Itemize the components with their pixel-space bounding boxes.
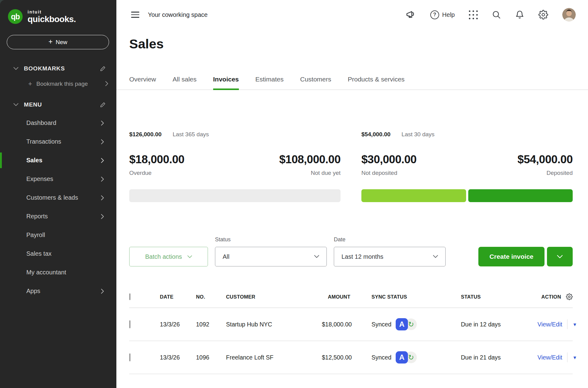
chevron-down-icon	[557, 255, 563, 258]
header-customer: CUSTOMER	[226, 294, 322, 300]
overdue-label: Overdue	[129, 170, 152, 176]
status-filter-value: All	[223, 253, 229, 260]
sidebar-item-dashboard[interactable]: Dashboard	[0, 114, 116, 132]
bookmark-this-page-label: Bookmark this page	[36, 81, 88, 87]
action-divider	[567, 319, 568, 329]
chevron-right-icon	[101, 195, 104, 200]
batch-actions-label: Batch actions	[145, 253, 182, 260]
batch-actions-button[interactable]: Batch actions	[129, 247, 208, 266]
tab-customers[interactable]: Customers	[300, 75, 331, 90]
select-all-checkbox[interactable]	[129, 293, 130, 300]
chevron-right-icon	[101, 139, 104, 144]
status-filter-label: Status	[215, 236, 327, 243]
not-deposited-amount: $30,000.00	[361, 153, 417, 166]
unpaid-invoices-bar	[129, 189, 341, 202]
menu-header-label: MENU	[24, 101, 94, 108]
status-filter-select[interactable]: All	[215, 247, 327, 266]
date-filter-label: Date	[334, 236, 446, 243]
cell-customer: Startup Hub NYC	[226, 321, 322, 328]
tab-products-services[interactable]: Products & services	[348, 75, 405, 90]
help-button[interactable]: ? Help	[430, 10, 455, 19]
deposited-label: Deposited	[546, 170, 573, 176]
invoices-period: Last 365 days	[173, 131, 209, 138]
new-button[interactable]: + New	[7, 35, 109, 49]
help-question-icon: ?	[430, 10, 439, 19]
not-deposited-bar-segment	[361, 189, 466, 202]
payments-summary-card: $54,000.00 Last 30 days $30,000.00 $54,0…	[361, 131, 573, 202]
sidebar-item-customers-leads[interactable]: Customers & leads	[0, 188, 116, 207]
row-checkbox[interactable]	[129, 353, 130, 361]
sidebar-item-my-accountant[interactable]: My accountant	[0, 263, 116, 282]
table-row: 13/3/26 1092 Startup Hub NYC $18,000.00 …	[129, 308, 573, 341]
app-badge-icon: A	[396, 318, 408, 330]
chevron-right-icon	[101, 214, 104, 219]
sidebar-item-sales[interactable]: Sales	[0, 151, 116, 170]
payments-period: Last 30 days	[401, 131, 435, 138]
view-edit-link[interactable]: View/Edit	[537, 354, 562, 361]
create-invoice-dropdown-button[interactable]	[547, 247, 573, 266]
payments-total: $54,000.00	[361, 131, 390, 138]
sidebar-item-expenses[interactable]: Expenses	[0, 170, 116, 188]
tab-estimates[interactable]: Estimates	[255, 75, 284, 90]
view-edit-link[interactable]: View/Edit	[537, 321, 562, 328]
search-icon[interactable]	[492, 10, 501, 19]
sidebar-item-apps[interactable]: Apps	[0, 282, 116, 300]
bookmarks-header-label: BOOKMARKS	[24, 65, 94, 72]
edit-pencil-icon[interactable]	[100, 66, 106, 72]
bookmarks-section-header[interactable]: BOOKMARKS	[0, 65, 116, 72]
edit-pencil-icon[interactable]	[100, 102, 106, 108]
notifications-bell-icon[interactable]	[515, 10, 524, 19]
create-invoice-button[interactable]: Create invoice	[478, 247, 545, 266]
quickbooks-logo-icon: qb	[8, 9, 23, 24]
menu-section-header[interactable]: MENU	[0, 101, 116, 108]
row-checkbox[interactable]	[129, 320, 130, 328]
table-row: 13/3/26 1096 Freelance Loft SF $12,500.0…	[129, 341, 573, 374]
topbar: Your coworking space ? Help	[116, 0, 588, 29]
sidebar-menu: Dashboard Transactions Sales Expenses Cu…	[0, 114, 116, 300]
chevron-right-icon	[101, 121, 104, 126]
row-actions-caret-icon[interactable]: ▼	[572, 322, 577, 327]
deposited-amount: $54,000.00	[518, 153, 573, 166]
sales-tabs: Overview All sales Invoices Estimates Cu…	[116, 75, 588, 90]
cell-status: Due in 12 days	[461, 321, 537, 328]
tab-all-sales[interactable]: All sales	[173, 75, 197, 90]
tab-invoices[interactable]: Invoices	[213, 75, 239, 90]
chevron-down-icon	[433, 255, 438, 258]
app-badge-icon: A	[396, 351, 408, 364]
header-sync-status: SYNC STATUS	[350, 294, 461, 300]
cell-date: 13/3/26	[160, 321, 196, 328]
table-header-row: DATE NO. CUSTOMER AMOUNT SYNC STATUS STA…	[129, 286, 573, 308]
hamburger-menu-icon[interactable]	[131, 12, 139, 18]
cell-customer: Freelance Loft SF	[226, 354, 322, 361]
announcements-megaphone-icon[interactable]	[405, 10, 416, 20]
sidebar-item-transactions[interactable]: Transactions	[0, 132, 116, 151]
user-avatar[interactable]	[562, 8, 576, 21]
quickbooks-wordmark: quickbooks.	[28, 15, 76, 24]
app-grid-icon[interactable]	[469, 10, 478, 19]
new-button-label: New	[56, 39, 67, 46]
plus-icon: +	[48, 38, 52, 45]
chevron-down-icon	[187, 255, 192, 258]
not-due-yet-label: Not due yet	[311, 170, 341, 176]
chevron-right-icon	[101, 158, 104, 163]
not-due-yet-amount: $108,000.00	[279, 153, 341, 166]
main-content: Your coworking space ? Help	[116, 0, 588, 388]
date-filter-select[interactable]: Last 12 months	[334, 247, 446, 266]
table-settings-gear-icon[interactable]	[566, 293, 573, 300]
bookmark-this-page[interactable]: + Bookmark this page	[0, 81, 116, 87]
sidebar: qb intuit quickbooks. + New BOOKMARKS + …	[0, 0, 116, 388]
unpaid-bar-segment	[129, 189, 341, 202]
invoices-summary-card: $126,000.00 Last 365 days $18,000.00 $10…	[129, 131, 341, 202]
sidebar-item-reports[interactable]: Reports	[0, 207, 116, 226]
chevron-right-icon	[101, 177, 104, 182]
sidebar-item-payroll[interactable]: Payroll	[0, 226, 116, 244]
settings-gear-icon[interactable]	[538, 10, 548, 20]
cell-no: 1096	[196, 354, 226, 361]
deposited-bar-segment	[468, 189, 573, 202]
header-status: STATUS	[461, 294, 537, 300]
sidebar-item-sales-tax[interactable]: Sales tax	[0, 244, 116, 263]
cell-date: 13/3/26	[160, 354, 196, 361]
tab-overview[interactable]: Overview	[129, 75, 156, 90]
row-actions-caret-icon[interactable]: ▼	[572, 355, 577, 360]
help-label: Help	[442, 11, 455, 18]
